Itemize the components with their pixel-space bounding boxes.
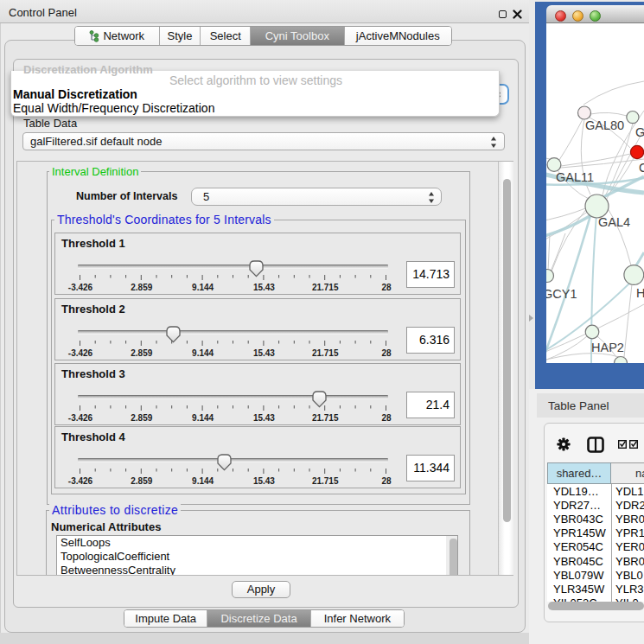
svg-text:HAP2: HAP2 [591, 341, 624, 354]
svg-text:GAL4: GAL4 [598, 215, 630, 229]
svg-text:C: C [639, 161, 644, 175]
svg-text:GAL11: GAL11 [556, 170, 594, 184]
svg-text:GAL80: GAL80 [585, 118, 624, 132]
svg-text:GA: GA [635, 125, 644, 139]
svg-text:GCY1: GCY1 [546, 287, 577, 301]
svg-text:H: H [636, 286, 644, 300]
